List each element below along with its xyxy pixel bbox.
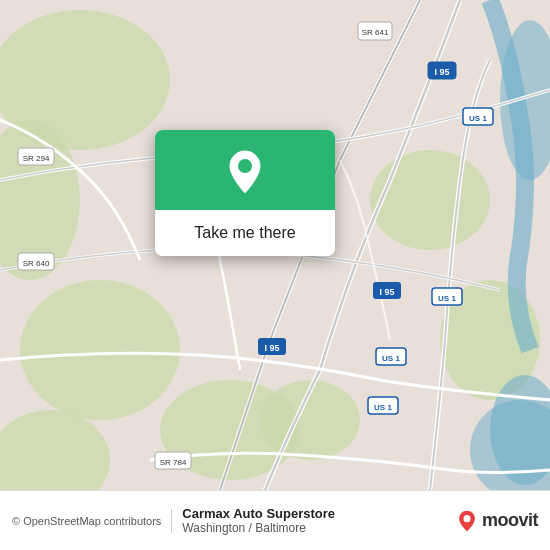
svg-text:SR 641: SR 641 [362,28,389,37]
svg-point-7 [370,150,490,250]
take-me-there-button[interactable]: Take me there [155,210,335,256]
svg-text:SR 294: SR 294 [23,154,50,163]
svg-point-3 [20,280,180,420]
osm-attribution: © OpenStreetMap contributors [12,515,161,527]
location-region: Washington / Baltimore [182,521,446,535]
map-pin-icon [225,148,265,196]
moovit-logo: moovit [456,510,538,532]
popup-header [155,130,335,210]
svg-text:US 1: US 1 [374,403,392,412]
svg-point-35 [463,515,470,522]
map-area: SR 641 I 95 US 1 SR 294 SR 640 I 95 US 1… [0,0,550,490]
location-name: Carmax Auto Superstore [182,506,446,521]
location-popup: Take me there [155,130,335,256]
location-info: Carmax Auto Superstore Washington / Balt… [182,506,446,535]
svg-text:SR 640: SR 640 [23,259,50,268]
moovit-pin-icon [456,510,478,532]
svg-text:SR 784: SR 784 [160,458,187,467]
svg-text:US 1: US 1 [438,294,456,303]
svg-text:I 95: I 95 [434,67,449,77]
divider [171,509,172,533]
svg-text:I 95: I 95 [264,343,279,353]
bottom-bar: © OpenStreetMap contributors Carmax Auto… [0,490,550,550]
svg-point-34 [238,159,252,173]
svg-text:US 1: US 1 [469,114,487,123]
moovit-brand-text: moovit [482,510,538,531]
svg-text:US 1: US 1 [382,354,400,363]
svg-text:I 95: I 95 [379,287,394,297]
